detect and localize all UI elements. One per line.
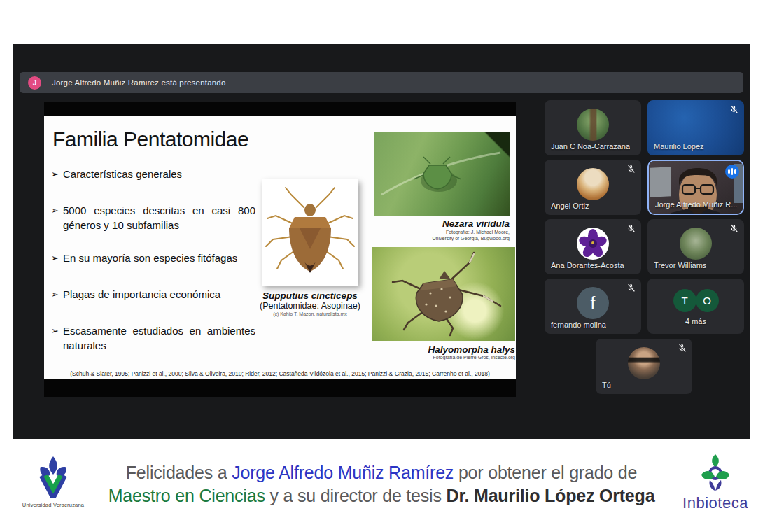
participant-name: Jorge Alfredo Muñiz R... (655, 200, 737, 209)
avatar-letter: f (591, 293, 596, 314)
nezara-photo (374, 132, 510, 216)
congratulations-message: Felicidades a Jorge Alfredo Muñiz Ramíre… (88, 461, 676, 507)
participant-name: Juan C Noa-Carrazana (551, 142, 630, 150)
mic-off-icon (729, 105, 738, 114)
badge-letter: O (703, 295, 711, 307)
mic-off-icon (626, 224, 636, 233)
universidad-veracruzana-logo: Universidad Veracruzana (18, 455, 88, 508)
msg-degree: Maestro en Ciencias (108, 486, 265, 505)
participant-name: Trevor Williams (654, 261, 706, 270)
bullet-arrow-icon: ➢ (51, 203, 59, 218)
inbioteca-plant-icon (699, 454, 732, 491)
presenter-initial: J (33, 79, 37, 87)
mic-off-icon (626, 164, 636, 174)
message-line-1: Felicidades a Jorge Alfredo Muñiz Ramíre… (88, 461, 676, 484)
supputius-bug-illustration (262, 179, 358, 286)
slide-bullet: ➢ Escasamente estudiados en ambientes na… (51, 323, 255, 353)
bullet-arrow-icon: ➢ (51, 251, 59, 265)
participant-tile-angel[interactable]: Angel Ortiz (545, 160, 641, 215)
msg-graduate-name: Jorge Alfredo Muñiz Ramírez (232, 463, 454, 482)
avatar (680, 227, 712, 260)
screen-share-area: Familia Pentatomidae ➢ Características g… (44, 102, 516, 397)
figure-credit: Fotografía de Pierre Gros, insecte.org (372, 355, 515, 360)
slide-references: (Schuh & Slater, 1995; Panizzi et al., 2… (44, 370, 516, 377)
figure-supputius: Supputius cincticeps (Pentatomidae: Asop… (240, 179, 380, 316)
msg-text: y a su director de tesis (265, 486, 447, 505)
avatar: f (577, 287, 609, 319)
nezara-bug-illustration (374, 132, 510, 216)
overflow-avatars: T O (648, 289, 744, 312)
participant-tile-fernando[interactable]: f fernando molina (545, 279, 641, 334)
participant-tile-maurilio[interactable]: Maurilio Lopez (648, 100, 744, 155)
participant-name: Maurilio Lopez (654, 142, 704, 150)
figure-caption: Supputius cincticeps (240, 290, 380, 301)
figure-caption: Nezara viridula (374, 218, 510, 229)
participant-tile-jorge[interactable]: Jorge Alfredo Muñiz R... (648, 160, 744, 215)
presenting-banner: J Jorge Alfredo Muñiz Ramirez está prese… (20, 72, 743, 93)
participant-tile-juan[interactable]: Juan C Noa-Carrazana (545, 100, 641, 155)
halyomorpha-bug-illustration (372, 247, 515, 341)
mic-off-icon (626, 284, 636, 293)
avatar (577, 168, 609, 200)
halyomorpha-photo (372, 247, 515, 341)
presenter-avatar: J (28, 76, 41, 90)
inbioteca-logo-caption: Inbioteca (676, 494, 755, 512)
uv-crest-icon (31, 455, 75, 498)
figure-caption: Halyomorpha halys (372, 344, 515, 355)
avatar-letter-badge: O (696, 289, 719, 312)
participant-name: Tú (602, 381, 611, 389)
bullet-arrow-icon: ➢ (51, 167, 59, 181)
audio-level-icon (725, 164, 739, 178)
purple-flower-avatar (577, 227, 609, 260)
avatar (577, 108, 609, 141)
figure-credit: Fotografía: J. Michael Moore, University… (374, 229, 510, 241)
participant-name: Angel Ortiz (551, 202, 589, 210)
slide-title: Familia Pentatomidae (52, 127, 248, 151)
participant-tile-trevor[interactable]: Trevor Williams (648, 219, 744, 274)
credit-line: Fotografía: J. Michael Moore, (446, 230, 510, 234)
meet-window: J Jorge Alfredo Muñiz Ramirez está prese… (13, 44, 750, 439)
slide-bullet: ➢ 5000 especies descritas en casi 800 gé… (51, 203, 255, 232)
avatar (577, 227, 609, 260)
participant-tile-ana[interactable]: Ana Dorantes-Acosta (545, 219, 641, 274)
presenting-banner-text: Jorge Alfredo Muñiz Ramirez está present… (52, 78, 226, 87)
slide-bullet: ➢ Plagas de importancia económica (51, 287, 255, 302)
bullet-arrow-icon: ➢ (51, 323, 59, 338)
mic-off-icon (729, 224, 738, 233)
badge-letter: T (681, 295, 687, 307)
msg-advisor-name: Dr. Maurilio López Ortega (447, 486, 655, 505)
bullet-text: Características generales (51, 167, 255, 181)
figure-halyomorpha: Halyomorpha halys Fotografía de Pierre G… (372, 247, 515, 360)
supputius-photo (262, 179, 358, 286)
msg-text: Felicidades a (126, 463, 232, 482)
figure-nezara: Nezara viridula Fotografía: J. Michael M… (374, 132, 510, 241)
participant-name: Ana Dorantes-Acosta (551, 261, 624, 270)
bullet-arrow-icon: ➢ (51, 287, 59, 302)
bullet-text: Escasamente estudiados en ambientes natu… (51, 323, 255, 353)
participant-tile-more[interactable]: T O 4 más (648, 279, 744, 334)
mic-off-icon (678, 344, 687, 353)
bullet-text: En su mayoría son especies fitófagas (51, 251, 255, 265)
message-line-2: Maestro en Ciencias y a su director de t… (88, 484, 676, 507)
more-participants-label: 4 más (648, 317, 744, 326)
uv-logo-caption: Universidad Veracruzana (18, 502, 88, 508)
avatar (628, 347, 660, 379)
figure-subcaption: (Pentatomidae: Asopinae) (240, 301, 380, 311)
participant-tile-self[interactable]: Tú (596, 339, 692, 394)
page: J Jorge Alfredo Muñiz Ramirez está prese… (0, 0, 763, 532)
slide: Familia Pentatomidae ➢ Características g… (44, 116, 516, 379)
bullet-text: 5000 especies descritas en casi 800 géne… (51, 203, 255, 232)
slide-bullet: ➢ En su mayoría son especies fitófagas (51, 251, 255, 265)
credit-line: University of Georgia, Bugwood.org (433, 236, 510, 241)
inbioteca-logo: Inbioteca (676, 454, 755, 512)
slide-bullet: ➢ Características generales (51, 167, 255, 181)
figure-credit: (c) Kahio T. Mazon, naturalista.mx (240, 312, 380, 316)
participant-name: fernando molina (551, 321, 606, 329)
msg-text: por obtener el grado de (454, 463, 637, 482)
bullet-text: Plagas de importancia económica (51, 287, 255, 302)
avatar-letter-badge: T (673, 289, 696, 312)
